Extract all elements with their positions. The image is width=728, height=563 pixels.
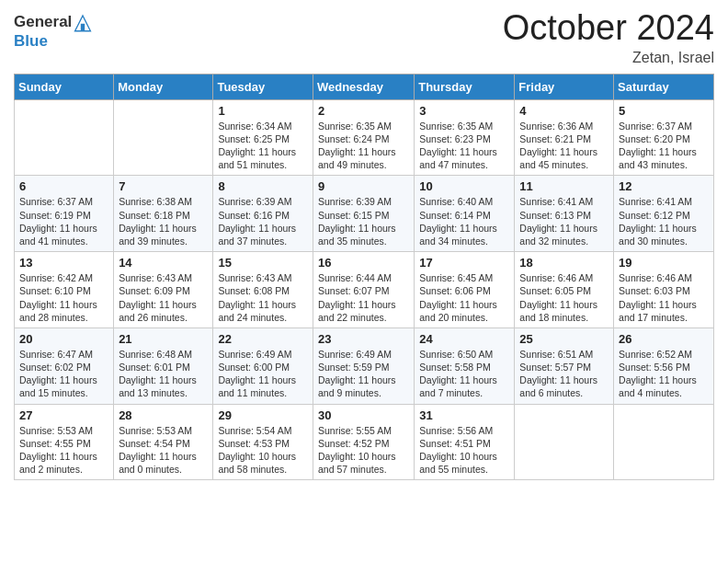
calendar-cell: 20Sunrise: 6:47 AMSunset: 6:02 PMDayligh… bbox=[15, 327, 114, 404]
day-number: 30 bbox=[318, 408, 409, 422]
sunset-text: Sunset: 6:25 PM bbox=[218, 133, 290, 144]
sunset-text: Sunset: 6:08 PM bbox=[218, 285, 290, 296]
day-info: Sunrise: 6:36 AMSunset: 6:21 PMDaylight:… bbox=[519, 120, 609, 172]
calendar-cell: 11Sunrise: 6:41 AMSunset: 6:13 PMDayligh… bbox=[515, 176, 614, 252]
sunset-text: Sunset: 6:13 PM bbox=[519, 210, 591, 221]
daylight-text: Daylight: 10 hours and 58 minutes. bbox=[218, 451, 296, 475]
sunrise-text: Sunrise: 6:42 AM bbox=[19, 272, 93, 283]
calendar-header-row: Sunday Monday Tuesday Wednesday Thursday… bbox=[15, 74, 714, 99]
daylight-text: Daylight: 11 hours and 43 minutes. bbox=[619, 146, 697, 170]
sunset-text: Sunset: 6:14 PM bbox=[419, 210, 491, 221]
day-info: Sunrise: 6:38 AMSunset: 6:18 PMDaylight:… bbox=[119, 195, 208, 247]
calendar-cell: 2Sunrise: 6:35 AMSunset: 6:24 PMDaylight… bbox=[313, 99, 414, 176]
sunset-text: Sunset: 6:16 PM bbox=[218, 210, 290, 221]
calendar-week-4: 20Sunrise: 6:47 AMSunset: 6:02 PMDayligh… bbox=[15, 327, 714, 404]
day-info: Sunrise: 6:35 AMSunset: 6:24 PMDaylight:… bbox=[318, 120, 409, 172]
sunset-text: Sunset: 5:56 PM bbox=[619, 362, 690, 373]
calendar-cell: 27Sunrise: 5:53 AMSunset: 4:55 PMDayligh… bbox=[15, 404, 114, 480]
sunrise-text: Sunrise: 6:43 AM bbox=[119, 272, 192, 283]
sunrise-text: Sunrise: 6:46 AM bbox=[519, 272, 593, 283]
daylight-text: Daylight: 11 hours and 32 minutes. bbox=[519, 223, 597, 247]
col-monday: Monday bbox=[114, 74, 213, 99]
col-tuesday: Tuesday bbox=[213, 74, 313, 99]
day-info: Sunrise: 5:53 AMSunset: 4:55 PMDaylight:… bbox=[19, 424, 108, 477]
day-number: 26 bbox=[619, 332, 709, 346]
calendar-cell: 17Sunrise: 6:45 AMSunset: 6:06 PMDayligh… bbox=[415, 252, 515, 328]
sunset-text: Sunset: 6:15 PM bbox=[318, 210, 390, 221]
sunset-text: Sunset: 6:05 PM bbox=[519, 285, 591, 296]
sunset-text: Sunset: 6:09 PM bbox=[119, 285, 190, 296]
day-number: 11 bbox=[519, 179, 609, 193]
calendar-cell: 30Sunrise: 5:55 AMSunset: 4:52 PMDayligh… bbox=[313, 404, 414, 480]
day-number: 19 bbox=[619, 256, 709, 270]
sunrise-text: Sunrise: 6:44 AM bbox=[318, 272, 392, 283]
day-number: 17 bbox=[419, 256, 509, 270]
day-number: 10 bbox=[419, 179, 509, 193]
sunrise-text: Sunrise: 5:53 AM bbox=[119, 425, 192, 436]
calendar-cell: 25Sunrise: 6:51 AMSunset: 5:57 PMDayligh… bbox=[515, 327, 614, 404]
daylight-text: Daylight: 11 hours and 15 minutes. bbox=[19, 374, 97, 398]
sunset-text: Sunset: 4:51 PM bbox=[419, 438, 491, 449]
daylight-text: Daylight: 11 hours and 11 minutes. bbox=[218, 374, 296, 398]
day-number: 6 bbox=[19, 179, 108, 193]
daylight-text: Daylight: 11 hours and 6 minutes. bbox=[519, 374, 597, 398]
day-number: 21 bbox=[119, 332, 208, 346]
day-info: Sunrise: 6:35 AMSunset: 6:23 PMDaylight:… bbox=[419, 120, 509, 172]
daylight-text: Daylight: 11 hours and 45 minutes. bbox=[519, 146, 597, 170]
day-number: 27 bbox=[19, 408, 108, 422]
calendar-cell: 22Sunrise: 6:49 AMSunset: 6:00 PMDayligh… bbox=[213, 327, 313, 404]
daylight-text: Daylight: 11 hours and 30 minutes. bbox=[619, 223, 697, 247]
day-number: 13 bbox=[19, 256, 108, 270]
day-number: 24 bbox=[419, 332, 509, 346]
sunrise-text: Sunrise: 6:37 AM bbox=[19, 196, 93, 207]
sunset-text: Sunset: 4:53 PM bbox=[218, 438, 290, 449]
calendar-cell: 15Sunrise: 6:43 AMSunset: 6:08 PMDayligh… bbox=[213, 252, 313, 328]
sunset-text: Sunset: 6:07 PM bbox=[318, 285, 390, 296]
sunset-text: Sunset: 6:23 PM bbox=[419, 133, 491, 144]
header: General Blue October 2024 Zetan, Israel bbox=[14, 9, 714, 66]
daylight-text: Daylight: 11 hours and 13 minutes. bbox=[119, 374, 197, 398]
calendar-cell: 9Sunrise: 6:39 AMSunset: 6:15 PMDaylight… bbox=[313, 176, 414, 252]
day-info: Sunrise: 6:46 AMSunset: 6:03 PMDaylight:… bbox=[619, 271, 709, 324]
daylight-text: Daylight: 11 hours and 26 minutes. bbox=[119, 299, 197, 323]
sunset-text: Sunset: 6:01 PM bbox=[119, 362, 190, 373]
calendar-cell: 21Sunrise: 6:48 AMSunset: 6:01 PMDayligh… bbox=[114, 327, 213, 404]
col-friday: Friday bbox=[515, 74, 614, 99]
month-title: October 2024 bbox=[503, 9, 714, 48]
calendar-cell: 5Sunrise: 6:37 AMSunset: 6:20 PMDaylight… bbox=[614, 99, 714, 176]
day-info: Sunrise: 5:55 AMSunset: 4:52 PMDaylight:… bbox=[318, 424, 409, 477]
day-info: Sunrise: 6:47 AMSunset: 6:02 PMDaylight:… bbox=[19, 348, 108, 400]
location: Zetan, Israel bbox=[503, 50, 714, 66]
calendar-cell: 6Sunrise: 6:37 AMSunset: 6:19 PMDaylight… bbox=[15, 176, 114, 252]
sunset-text: Sunset: 5:59 PM bbox=[318, 362, 390, 373]
sunrise-text: Sunrise: 6:43 AM bbox=[218, 272, 291, 283]
sunrise-text: Sunrise: 5:56 AM bbox=[419, 425, 493, 436]
day-info: Sunrise: 6:50 AMSunset: 5:58 PMDaylight:… bbox=[419, 348, 509, 400]
sunset-text: Sunset: 6:21 PM bbox=[519, 133, 591, 144]
sunset-text: Sunset: 5:57 PM bbox=[519, 362, 591, 373]
sunrise-text: Sunrise: 6:39 AM bbox=[218, 196, 291, 207]
title-block: October 2024 Zetan, Israel bbox=[503, 9, 714, 66]
day-info: Sunrise: 6:49 AMSunset: 5:59 PMDaylight:… bbox=[318, 348, 409, 400]
calendar-cell: 24Sunrise: 6:50 AMSunset: 5:58 PMDayligh… bbox=[415, 327, 515, 404]
day-number: 25 bbox=[519, 332, 609, 346]
day-info: Sunrise: 5:53 AMSunset: 4:54 PMDaylight:… bbox=[119, 424, 208, 477]
daylight-text: Daylight: 11 hours and 17 minutes. bbox=[619, 299, 697, 323]
logo-blue: Blue bbox=[14, 33, 94, 51]
sunset-text: Sunset: 6:20 PM bbox=[619, 133, 690, 144]
day-info: Sunrise: 6:42 AMSunset: 6:10 PMDaylight:… bbox=[19, 271, 108, 324]
daylight-text: Daylight: 11 hours and 35 minutes. bbox=[318, 223, 396, 247]
calendar-cell bbox=[515, 404, 614, 480]
sunset-text: Sunset: 4:55 PM bbox=[19, 438, 91, 449]
day-info: Sunrise: 6:46 AMSunset: 6:05 PMDaylight:… bbox=[519, 271, 609, 324]
sunrise-text: Sunrise: 6:48 AM bbox=[119, 349, 192, 360]
daylight-text: Daylight: 11 hours and 39 minutes. bbox=[119, 223, 197, 247]
sunrise-text: Sunrise: 6:34 AM bbox=[218, 121, 291, 132]
col-saturday: Saturday bbox=[614, 74, 714, 99]
day-info: Sunrise: 5:56 AMSunset: 4:51 PMDaylight:… bbox=[419, 424, 509, 477]
sunrise-text: Sunrise: 5:55 AM bbox=[318, 425, 392, 436]
day-info: Sunrise: 6:43 AMSunset: 6:09 PMDaylight:… bbox=[119, 271, 208, 324]
sunset-text: Sunset: 5:58 PM bbox=[419, 362, 491, 373]
day-number: 9 bbox=[318, 179, 409, 193]
calendar-cell: 19Sunrise: 6:46 AMSunset: 6:03 PMDayligh… bbox=[614, 252, 714, 328]
